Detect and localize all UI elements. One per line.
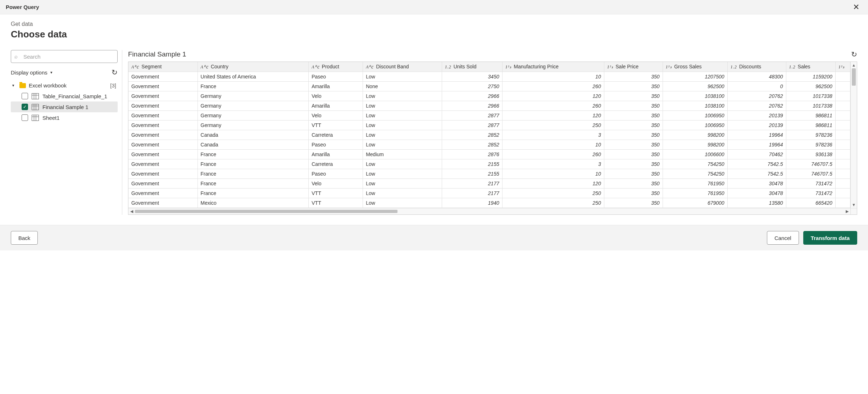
cell[interactable]: Low: [363, 72, 442, 82]
cell[interactable]: 761950: [663, 179, 727, 189]
cell[interactable]: 350: [604, 91, 663, 101]
table-row[interactable]: GovernmentFrancePaseoLow2155103507542507…: [128, 169, 850, 179]
cell[interactable]: Government: [128, 169, 197, 179]
cell[interactable]: 20139: [727, 111, 786, 121]
cell[interactable]: 761950: [663, 189, 727, 198]
column-header[interactable]: 1²₃Gross Sales: [663, 62, 727, 72]
cell[interactable]: Germany: [197, 91, 309, 101]
cell[interactable]: 350: [604, 121, 663, 130]
cell[interactable]: 250: [502, 121, 604, 130]
cell[interactable]: 20139: [727, 121, 786, 130]
cell[interactable]: 1006600: [663, 150, 727, 159]
cell[interactable]: 350: [604, 159, 663, 169]
cell[interactable]: Germany: [197, 111, 309, 121]
horizontal-scroll-track[interactable]: [135, 208, 844, 214]
cell[interactable]: 936138: [786, 150, 835, 159]
cancel-button[interactable]: Cancel: [767, 231, 799, 245]
table-row[interactable]: GovernmentGermanyAmarillaLow296626035010…: [128, 101, 850, 111]
cell[interactable]: France: [197, 169, 309, 179]
cell[interactable]: 1017338: [786, 91, 835, 101]
cell[interactable]: 754250: [663, 159, 727, 169]
cell[interactable]: 1207500: [663, 72, 727, 82]
cell[interactable]: Low: [363, 91, 442, 101]
cell[interactable]: 1006950: [663, 111, 727, 121]
cell[interactable]: Low: [363, 140, 442, 150]
cell[interactable]: Mexico: [197, 198, 309, 208]
tree-item[interactable]: Sheet1: [11, 112, 118, 123]
cell[interactable]: 13580: [727, 198, 786, 208]
cell[interactable]: Government: [128, 121, 197, 130]
cell[interactable]: 998200: [663, 140, 727, 150]
close-icon[interactable]: ✕: [850, 1, 862, 13]
cell[interactable]: Low: [363, 189, 442, 198]
column-header[interactable]: 1²₃: [835, 62, 850, 72]
cell[interactable]: 3: [502, 159, 604, 169]
cell[interactable]: 2966: [442, 101, 502, 111]
cell[interactable]: Carretera: [309, 159, 363, 169]
cell[interactable]: Government: [128, 111, 197, 121]
cell[interactable]: 350: [604, 140, 663, 150]
tree-item[interactable]: ✓Financial Sample 1: [11, 101, 118, 112]
cell[interactable]: Low: [363, 111, 442, 121]
cell[interactable]: France: [197, 159, 309, 169]
vertical-scrollbar[interactable]: ▲ ▼: [850, 62, 857, 208]
table-row[interactable]: GovernmentGermanyVTTLow28772503501006950…: [128, 121, 850, 130]
cell[interactable]: Government: [128, 150, 197, 159]
cell[interactable]: 350: [604, 101, 663, 111]
cell[interactable]: 731472: [786, 179, 835, 189]
transform-data-button[interactable]: Transform data: [803, 231, 857, 245]
table-row[interactable]: GovernmentGermanyVeloLow2877120350100695…: [128, 111, 850, 121]
cell[interactable]: 350: [604, 179, 663, 189]
refresh-icon[interactable]: ↻: [112, 68, 118, 77]
table-row[interactable]: GovernmentUnited States of AmericaPaseoL…: [128, 72, 850, 82]
cell[interactable]: 962500: [786, 82, 835, 91]
cell[interactable]: 350: [604, 72, 663, 82]
cell[interactable]: Government: [128, 101, 197, 111]
cell[interactable]: VTT: [309, 198, 363, 208]
cell[interactable]: 1038100: [663, 91, 727, 101]
checkbox[interactable]: ✓: [22, 104, 28, 110]
cell[interactable]: Government: [128, 189, 197, 198]
cell[interactable]: 3: [502, 130, 604, 140]
horizontal-scrollbar[interactable]: ◀ ▶: [128, 208, 850, 214]
cell[interactable]: 120: [502, 179, 604, 189]
scroll-down-icon[interactable]: ▼: [852, 201, 856, 208]
tree-item[interactable]: Table_Financial_Sample_1: [11, 91, 118, 101]
scroll-up-icon[interactable]: ▲: [852, 62, 856, 68]
search-input[interactable]: [11, 50, 118, 63]
cell[interactable]: 2177: [442, 189, 502, 198]
cell[interactable]: 260: [502, 101, 604, 111]
cell[interactable]: France: [197, 189, 309, 198]
back-button[interactable]: Back: [11, 231, 38, 245]
cell[interactable]: Government: [128, 130, 197, 140]
cell[interactable]: Government: [128, 179, 197, 189]
cell[interactable]: Government: [128, 159, 197, 169]
cell[interactable]: VTT: [309, 121, 363, 130]
cell[interactable]: 731472: [786, 189, 835, 198]
cell[interactable]: Paseo: [309, 72, 363, 82]
column-header[interactable]: AᴮᴄProduct: [309, 62, 363, 72]
cell[interactable]: Low: [363, 101, 442, 111]
cell[interactable]: 978236: [786, 140, 835, 150]
cell[interactable]: 19964: [727, 130, 786, 140]
cell[interactable]: 1006950: [663, 121, 727, 130]
cell[interactable]: 1159200: [786, 72, 835, 82]
table-row[interactable]: GovernmentMexicoVTTLow194025035067900013…: [128, 198, 850, 208]
cell[interactable]: 350: [604, 198, 663, 208]
cell[interactable]: 962500: [663, 82, 727, 91]
scroll-left-icon[interactable]: ◀: [128, 209, 135, 214]
vertical-scroll-track[interactable]: [851, 68, 857, 201]
table-row[interactable]: GovernmentCanadaCarreteraLow285233509982…: [128, 130, 850, 140]
cell[interactable]: 2852: [442, 130, 502, 140]
cell[interactable]: 350: [604, 189, 663, 198]
column-header[interactable]: 1.2Discounts: [727, 62, 786, 72]
cell[interactable]: 260: [502, 82, 604, 91]
cell[interactable]: 120: [502, 91, 604, 101]
vertical-scroll-thumb[interactable]: [852, 68, 856, 86]
cell[interactable]: Low: [363, 121, 442, 130]
cell[interactable]: Amarilla: [309, 101, 363, 111]
column-header[interactable]: 1.2Units Sold: [442, 62, 502, 72]
cell[interactable]: 260: [502, 150, 604, 159]
cell[interactable]: 998200: [663, 130, 727, 140]
cell[interactable]: Paseo: [309, 169, 363, 179]
